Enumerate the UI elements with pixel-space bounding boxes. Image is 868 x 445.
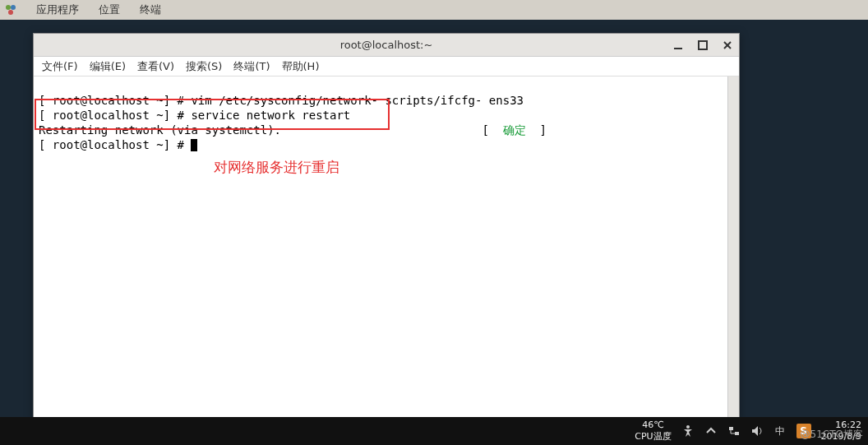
terminal-body[interactable]: [ root@localhost ~] # vim /etc/sysconfig…	[34, 76, 739, 419]
minimize-button[interactable]	[672, 39, 685, 52]
svg-rect-4	[699, 41, 707, 49]
annotation-text: 对网络服务进行重启	[214, 158, 339, 177]
desktop-menu-terminal[interactable]: 终端	[136, 1, 164, 19]
cpu-temp-widget[interactable]: 46℃ CPU温度	[635, 420, 671, 443]
command-1: vim /etc/sysconfig/network- scripts/ifcf…	[191, 94, 524, 107]
scrollbar[interactable]	[727, 76, 739, 419]
language-indicator[interactable]: 中	[773, 424, 787, 438]
svg-rect-3	[674, 48, 682, 49]
svg-point-2	[8, 10, 13, 15]
menu-help[interactable]: 帮助(H)	[282, 59, 320, 74]
status-ok: 确定	[503, 123, 526, 137]
chevron-up-icon[interactable]	[704, 424, 718, 438]
svg-rect-8	[729, 427, 733, 430]
menu-terminal[interactable]: 终端(T)	[233, 59, 270, 74]
prompt-3: [ root@localhost ~] #	[39, 138, 191, 151]
network-icon[interactable]	[727, 424, 741, 438]
volume-icon[interactable]	[750, 424, 764, 438]
cursor-icon	[191, 139, 197, 151]
output-restart-msg: Restarting network (via systemctl):	[39, 123, 281, 137]
status-bracket-left: [	[482, 123, 502, 137]
terminal-window: root@localhost:~ 文件(F) 编辑(E) 查看(V) 搜索(S)…	[33, 33, 740, 420]
desktop-menu-places[interactable]: 位置	[95, 1, 123, 19]
svg-rect-9	[735, 432, 739, 435]
terminal-menubar: 文件(F) 编辑(E) 查看(V) 搜索(S) 终端(T) 帮助(H)	[34, 57, 739, 76]
cpu-temp-label: CPU温度	[635, 431, 671, 443]
maximize-button[interactable]	[696, 39, 709, 52]
prompt-1: [ root@localhost ~] #	[39, 94, 191, 107]
window-title: root@localhost:~	[340, 39, 433, 51]
svg-marker-10	[752, 426, 758, 436]
command-2: service network restart	[191, 109, 350, 122]
menu-file[interactable]: 文件(F)	[42, 59, 78, 74]
accessibility-icon[interactable]	[681, 424, 695, 438]
apps-icon	[5, 4, 16, 16]
desktop-menu-apps[interactable]: 应用程序	[33, 1, 82, 19]
svg-point-1	[11, 5, 16, 10]
status-bracket-right: ]	[526, 123, 547, 137]
svg-point-0	[6, 5, 11, 10]
desktop-menubar: 应用程序 位置 终端	[0, 0, 868, 20]
close-button[interactable]	[721, 39, 734, 52]
window-titlebar[interactable]: root@localhost:~	[34, 34, 739, 57]
prompt-2: [ root@localhost ~] #	[39, 109, 191, 122]
menu-edit[interactable]: 编辑(E)	[90, 59, 126, 74]
menu-search[interactable]: 搜索(S)	[186, 59, 222, 74]
menu-view[interactable]: 查看(V)	[137, 59, 174, 74]
watermark: @51CTO博客	[801, 428, 863, 442]
taskbar: 46℃ CPU温度 中 S 16:22 2019/8/9	[0, 417, 868, 445]
svg-point-7	[686, 425, 690, 429]
window-buttons	[672, 34, 734, 56]
cpu-temp-value: 46℃	[635, 420, 671, 431]
